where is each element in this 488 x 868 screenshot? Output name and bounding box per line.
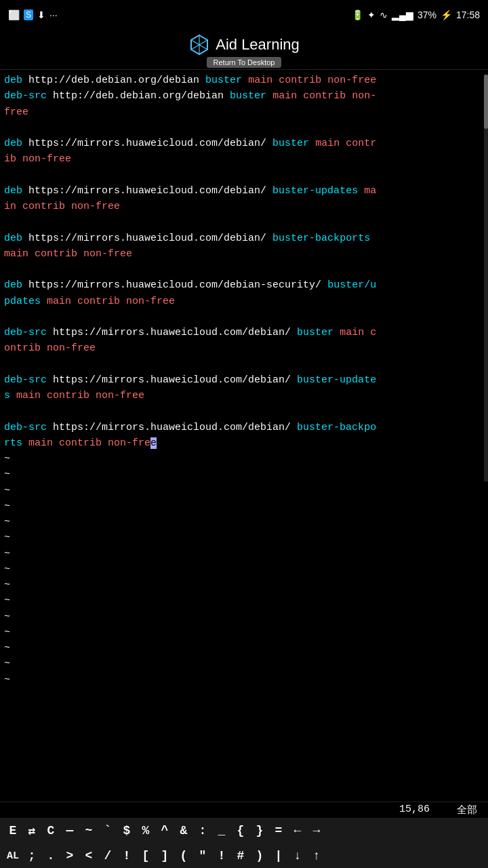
terminal-line: deb https://mirrors.huaweicloud.com/debi… <box>4 136 484 167</box>
kb-key-period[interactable]: . <box>45 849 57 863</box>
terminal-line: deb https://mirrors.huaweicloud.com/debi… <box>4 231 484 262</box>
kb-key-tab[interactable]: ⇄ <box>26 823 38 838</box>
terminal-line <box>4 357 484 372</box>
kb-key-exclaim[interactable]: ! <box>121 849 133 863</box>
kb-key-gt[interactable]: > <box>64 849 76 863</box>
app-title: Aid Learning <box>216 36 300 54</box>
screen-icon: ⬜ <box>8 9 20 20</box>
terminal-tilde: ~ <box>4 530 484 545</box>
terminal-line <box>4 120 484 136</box>
kb-key-lparen[interactable]: ( <box>178 849 190 863</box>
terminal-line: deb-src https://mirrors.huaweicloud.com/… <box>4 372 484 404</box>
kb-key-backtick[interactable]: ` <box>102 824 114 837</box>
terminal-tilde: ~ <box>4 546 484 561</box>
kb-key-lbracket[interactable]: [ <box>140 849 152 863</box>
terminal-line: deb http://deb.debian.org/debian buster … <box>4 73 484 88</box>
kb-key-slash[interactable]: / <box>102 849 114 863</box>
terminal-tilde: ~ <box>4 640 484 656</box>
terminal-line <box>4 403 484 419</box>
terminal-tilde: ~ <box>4 561 484 577</box>
kb-key-exclaim2[interactable]: ! <box>216 849 228 863</box>
terminal-tilde: ~ <box>4 656 484 671</box>
kb-key-up-arrow[interactable]: ↑ <box>310 849 323 863</box>
terminal-tilde: ~ <box>4 609 484 625</box>
terminal-line <box>4 167 484 183</box>
app-header: Aid Learning Return To Desktop <box>0 30 488 70</box>
kb-key-percent[interactable]: % <box>140 824 152 837</box>
battery-alert-icon: 🔋 <box>352 9 363 20</box>
terminal-tilde: ~ <box>4 514 484 530</box>
keyboard-toolbar[interactable]: E ⇄ C — ~ ` $ % ^ & : _ { } = ← → AL ; .… <box>0 818 488 868</box>
terminal-content[interactable]: deb http://deb.debian.org/debian buster … <box>0 70 488 802</box>
kb-key-lt[interactable]: < <box>83 849 95 863</box>
kb-key-ampersand[interactable]: & <box>178 824 190 837</box>
kb-key-AL[interactable]: AL <box>7 850 19 862</box>
kb-key-tilde[interactable]: ~ <box>83 824 95 837</box>
kb-key-colon[interactable]: : <box>197 824 209 837</box>
terminal-tilde: ~ <box>4 625 484 640</box>
kb-key-hash[interactable]: # <box>235 849 247 863</box>
aid-learning-logo-icon <box>188 34 210 56</box>
wifi-icon: ∿ <box>380 9 388 20</box>
kb-key-left-arrow[interactable]: ← <box>291 824 304 837</box>
terminal-tilde: ~ <box>4 593 484 608</box>
scroll-position: 全部 <box>457 804 477 816</box>
terminal-line: deb https://mirrors.huaweicloud.com/debi… <box>4 183 484 215</box>
kb-key-lbrace[interactable]: { <box>235 824 247 837</box>
kb-key-C[interactable]: C <box>45 824 57 837</box>
terminal-line: deb https://mirrors.huaweicloud.com/debi… <box>4 277 484 309</box>
kb-key-rbrace[interactable]: } <box>253 824 266 837</box>
terminal-line <box>4 214 484 230</box>
more-icon: ··· <box>49 9 58 20</box>
terminal-line <box>4 262 484 277</box>
terminal-tilde: ~ <box>4 498 484 514</box>
kb-key-caret[interactable]: ^ <box>159 824 171 837</box>
battery-charging-icon: ⚡ <box>441 9 452 20</box>
kb-key-equals[interactable]: = <box>272 824 285 837</box>
return-to-desktop-button[interactable]: Return To Desktop <box>207 57 282 68</box>
kb-key-down-arrow[interactable]: ↓ <box>291 849 304 863</box>
bluetooth-icon: ✦ <box>367 9 375 20</box>
terminal-line: deb-src http://deb.debian.org/debian bus… <box>4 88 484 120</box>
logo-row: Aid Learning <box>188 34 300 56</box>
status-right: 🔋 ✦ ∿ ▂▄▆ 37% ⚡ 17:58 <box>352 9 480 20</box>
vim-status-bar: 15,86 全部 <box>0 802 488 818</box>
terminal-tilde: ~ <box>4 467 484 482</box>
kb-key-semicolon[interactable]: ; <box>26 849 38 863</box>
kb-key-dollar[interactable]: $ <box>121 824 133 837</box>
clock: 17:58 <box>456 9 480 20</box>
kb-key-right-arrow[interactable]: → <box>310 824 323 837</box>
status-bar: ⬜ S ⬇ ··· 🔋 ✦ ∿ ▂▄▆ 37% ⚡ 17:58 <box>0 0 488 30</box>
kb-key-rparen[interactable]: ) <box>253 849 266 863</box>
scrollbar-thumb[interactable] <box>484 75 488 129</box>
terminal-line: deb-src https://mirrors.huaweicloud.com/… <box>4 325 484 357</box>
terminal-line <box>4 309 484 325</box>
scrollbar[interactable] <box>484 75 488 481</box>
terminal-line: deb-src https://mirrors.huaweicloud.com/… <box>4 420 484 452</box>
kb-row-2: AL ; . > < / ! [ ] ( " ! # ) | ↓ ↑ <box>0 844 488 868</box>
dollar-icon: S <box>24 9 33 20</box>
cursor-position: 15,86 <box>399 804 430 816</box>
status-left: ⬜ S ⬇ ··· <box>8 9 58 20</box>
kb-key-dash[interactable]: — <box>64 824 76 837</box>
battery-percentage: 37% <box>418 9 436 20</box>
kb-key-underscore[interactable]: _ <box>216 824 228 837</box>
kb-key-quote[interactable]: " <box>197 849 209 863</box>
kb-key-pipe[interactable]: | <box>272 849 285 863</box>
terminal-tilde: ~ <box>4 451 484 467</box>
terminal-tilde: ~ <box>4 672 484 688</box>
download-icon: ⬇ <box>37 9 45 20</box>
kb-key-rbracket[interactable]: ] <box>159 849 171 863</box>
kb-row-1: E ⇄ C — ~ ` $ % ^ & : _ { } = ← → <box>0 818 488 844</box>
signal-icon: ▂▄▆ <box>392 9 413 20</box>
kb-key-E[interactable]: E <box>7 824 19 837</box>
terminal-tilde: ~ <box>4 577 484 593</box>
terminal-tilde: ~ <box>4 483 484 498</box>
